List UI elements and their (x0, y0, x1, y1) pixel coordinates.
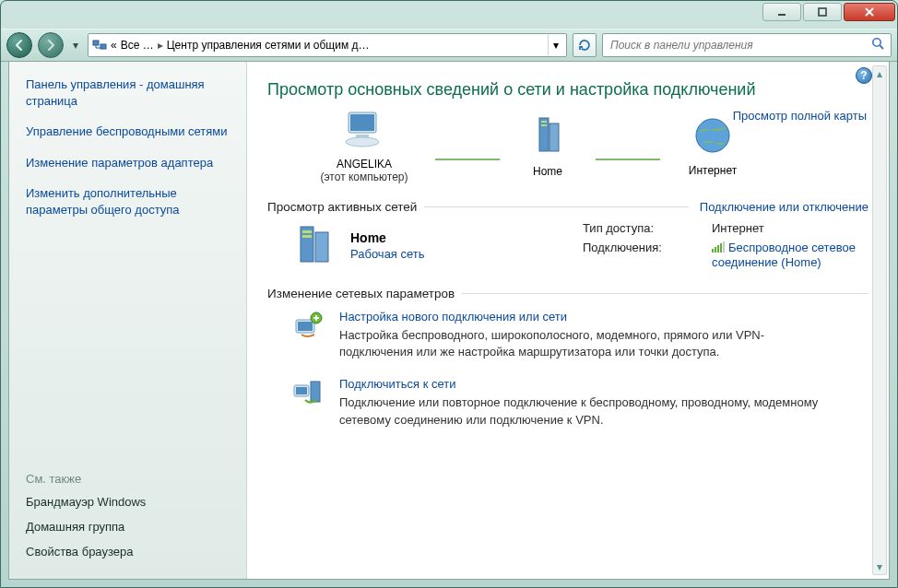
change-settings-heading: Изменение сетевых параметров (267, 287, 455, 300)
svg-line-7 (880, 45, 883, 49)
breadcrumb-sep-icon: ▸ (158, 39, 163, 52)
breadcrumb-root[interactable]: « (111, 39, 117, 52)
node-internet-name: Интернет (689, 164, 737, 177)
node-network-name: Home (533, 165, 562, 178)
sidebar-link-wireless[interactable]: Управление беспроводными сетями (26, 123, 230, 140)
connector-icon (435, 159, 500, 160)
sidebar-link-home[interactable]: Панель управления - домашняя страница (26, 76, 230, 109)
connect-network-icon (291, 377, 326, 408)
network-center-icon (92, 38, 107, 53)
active-networks-heading: Просмотр активных сетей (267, 200, 417, 214)
network-hub-icon (530, 114, 565, 159)
back-button[interactable] (6, 32, 32, 58)
internet-globe-icon (692, 115, 733, 159)
svg-rect-9 (350, 114, 374, 131)
scroll-up-icon[interactable]: ▴ (873, 66, 886, 81)
new-connection-icon (291, 310, 326, 341)
forward-button[interactable] (38, 32, 64, 58)
svg-rect-28 (298, 322, 313, 331)
active-network-icon (295, 221, 339, 270)
active-network-type-link[interactable]: Рабочая сеть (350, 247, 425, 261)
close-button[interactable] (844, 3, 895, 21)
svg-rect-19 (315, 232, 328, 262)
scroll-down-icon[interactable]: ▾ (873, 559, 886, 574)
svg-rect-15 (541, 124, 547, 126)
svg-rect-20 (302, 230, 312, 233)
svg-point-11 (346, 137, 379, 147)
access-type-label: Тип доступа: (583, 221, 712, 235)
svg-rect-4 (93, 41, 99, 45)
svg-rect-22 (712, 249, 714, 253)
sidebar-link-adapter[interactable]: Изменение параметров адаптера (26, 155, 230, 171)
node-computer-sub: (этот компьютер) (321, 171, 408, 183)
node-computer-name: ANGELIKA (337, 158, 392, 171)
search-input[interactable] (609, 38, 866, 53)
svg-rect-14 (541, 121, 547, 123)
task-new-connection-link[interactable]: Настройка нового подключения или сети (339, 310, 828, 323)
task-connect-link[interactable]: Подключиться к сети (339, 377, 828, 391)
search-icon[interactable] (871, 37, 885, 53)
connection-link[interactable]: Беспроводное сетевое соединение (Home) (712, 241, 868, 269)
connections-label: Подключения: (583, 241, 712, 254)
svg-point-6 (873, 39, 880, 46)
see-also-header: См. также (26, 472, 230, 486)
sidebar-link-sharing[interactable]: Изменить дополнительные параметры общего… (26, 185, 230, 218)
svg-rect-21 (302, 235, 312, 238)
svg-rect-12 (539, 118, 549, 151)
active-network-name: Home (350, 230, 425, 245)
address-bar[interactable]: « Все … ▸ Центр управления сетями и общи… (88, 33, 567, 57)
computer-icon (341, 109, 387, 152)
see-also-homegroup[interactable]: Домашняя группа (26, 520, 230, 534)
svg-rect-13 (549, 123, 559, 151)
maximize-button[interactable] (803, 3, 842, 21)
address-dropdown[interactable]: ▾ (548, 35, 562, 55)
svg-rect-25 (720, 243, 722, 253)
search-box[interactable] (602, 33, 892, 57)
connect-disconnect-link[interactable]: Подключение или отключение (700, 200, 868, 214)
svg-rect-1 (819, 8, 826, 16)
minimize-button[interactable] (762, 3, 801, 21)
svg-rect-26 (723, 241, 725, 253)
refresh-button[interactable] (573, 33, 597, 57)
svg-rect-31 (296, 387, 307, 394)
task-connect-desc: Подключение или повторное подключение к … (339, 394, 828, 428)
scrollbar[interactable]: ▴ ▾ (872, 65, 887, 575)
svg-rect-23 (715, 247, 716, 253)
access-type-value: Интернет (712, 221, 868, 235)
nav-history-dropdown[interactable]: ▾ (69, 39, 82, 52)
breadcrumb-item-2[interactable]: Центр управления сетями и общим д… (167, 39, 370, 52)
help-icon[interactable]: ? (856, 67, 872, 84)
see-also-firewall[interactable]: Брандмауэр Windows (26, 495, 230, 509)
page-title: Просмотр основных сведений о сети и наст… (267, 80, 868, 100)
signal-bars-icon (712, 241, 725, 255)
connector-icon (596, 159, 660, 160)
svg-rect-24 (717, 245, 719, 253)
breadcrumb-item-1[interactable]: Все … (121, 39, 154, 52)
see-also-browser[interactable]: Свойства браузера (26, 545, 230, 559)
task-new-connection-desc: Настройка беспроводного, широкополосного… (339, 327, 828, 360)
full-map-link[interactable]: Просмотр полной карты (733, 109, 867, 123)
